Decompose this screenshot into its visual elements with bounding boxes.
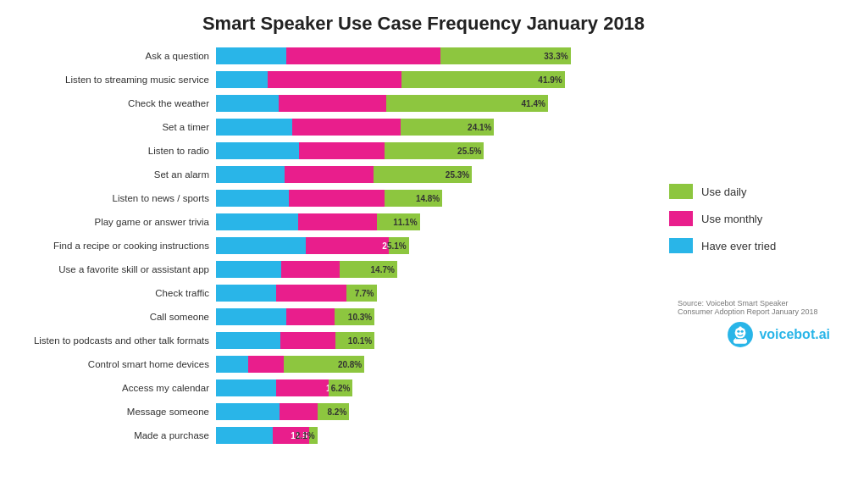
bar-daily: 11.1%	[377, 213, 420, 230]
svg-rect-5	[739, 326, 742, 328]
bar-group: 65.7%48%25.3%	[216, 166, 652, 183]
bar-group: 91%72.9%33.3%	[216, 47, 652, 64]
legend-label-tried: Have ever tried	[701, 240, 776, 252]
bar-group: 26%11.5%2.1%	[216, 427, 652, 444]
bar-label: Listen to streaming music service	[17, 75, 216, 85]
bar-group: 40.7%22.7%10.3%	[216, 308, 652, 325]
bar-group: 52.3%31.2%11.1%	[216, 213, 652, 230]
legend-color-daily	[669, 184, 693, 199]
bar-row: Made a purchase26%11.5%2.1%	[17, 424, 652, 446]
legend-item-daily: Use daily	[669, 184, 830, 199]
bar-row: Ask a question91%72.9%33.3%	[17, 45, 652, 67]
bar-daily: 10.1%	[335, 332, 374, 349]
bar-label: Find a recipe or cooking instructions	[17, 241, 216, 251]
bar-group: 46.5%29.8%14.7%	[216, 261, 652, 278]
bar-daily: 25.3%	[374, 166, 472, 183]
bar-row: Use a favorite skill or assistant app46.…	[17, 258, 652, 280]
source-text: Source: Voicebot Smart Speaker Consumer …	[678, 299, 830, 316]
bar-daily: 41.9%	[401, 71, 565, 88]
legend-label-daily: Use daily	[701, 186, 746, 198]
bar-daily: 7.7%	[346, 285, 376, 302]
logo-text: voicebot.ai	[759, 327, 830, 342]
bar-label: Made a purchase	[17, 430, 216, 440]
voicebot-logo-icon	[727, 321, 754, 348]
chart-container: Smart Speaker Use Case Frequency January…	[0, 0, 847, 504]
bar-label: Call someone	[17, 312, 216, 322]
legend-label-monthly: Use monthly	[701, 213, 762, 225]
bar-daily: 20.8%	[284, 356, 365, 373]
bar-daily: 14.8%	[385, 190, 442, 207]
bar-row: Check the weather85.2%69.1%41.4%	[17, 92, 652, 114]
bars-section: Ask a question91%72.9%33.3%Listen to str…	[17, 45, 652, 487]
bar-group: 34.2%17.9%8.2%	[216, 403, 652, 420]
bar-label: Message someone	[17, 407, 216, 417]
legend-item-monthly: Use monthly	[669, 211, 830, 226]
bar-group: 89.5%76.2%41.9%	[216, 71, 652, 88]
bar-label: Use a favorite skill or assistant app	[17, 264, 216, 274]
bar-daily: 25.5%	[385, 142, 484, 159]
bar-row: Control smart home devices38.1%29.9%20.8…	[17, 353, 652, 375]
bar-group: 49.5%26.5%5.1%	[216, 237, 652, 254]
legend-item-tried: Have ever tried	[669, 238, 830, 253]
bar-group: 85.2%69.1%41.4%	[216, 95, 652, 112]
svg-point-3	[741, 330, 744, 333]
bar-label: Access my calendar	[17, 383, 216, 393]
bar-label: Listen to podcasts and other talk format…	[17, 335, 216, 346]
bar-row: Set an alarm65.7%48%25.3%	[17, 163, 652, 186]
bar-label: Ask a question	[17, 51, 216, 61]
bar-row: Listen to radio68.8%47.6%25.5%	[17, 140, 652, 162]
bar-daily: 5.1%	[389, 237, 408, 254]
bar-group: 41.2%25.8%7.7%	[216, 285, 652, 302]
bar-label: Listen to news / sports	[17, 193, 216, 203]
legend-color-monthly	[669, 211, 693, 226]
bar-row: Play game or answer trivia52.3%31.2%11.1…	[17, 211, 652, 233]
bar-label: Listen to radio	[17, 146, 216, 156]
bar-daily: 33.3%	[440, 47, 570, 64]
bar-daily: 24.1%	[401, 119, 495, 136]
bar-group: 35.1%19.6%6.2%	[216, 379, 652, 396]
svg-rect-4	[734, 339, 747, 343]
svg-point-1	[735, 327, 746, 338]
bar-row: Message someone34.2%17.9%8.2%	[17, 401, 652, 423]
bar-row: Find a recipe or cooking instructions49.…	[17, 235, 652, 257]
bar-group: 40.7%24.1%10.1%	[216, 332, 652, 349]
bar-daily: 2.1%	[309, 427, 318, 444]
bar-row: Listen to streaming music service89.5%76…	[17, 69, 652, 91]
chart-body: Ask a question91%72.9%33.3%Listen to str…	[17, 45, 830, 487]
bar-label: Play game or answer trivia	[17, 217, 216, 227]
bar-row: Set a timer71.4%51.8%24.1%	[17, 116, 652, 138]
bar-row: Call someone40.7%22.7%10.3%	[17, 306, 652, 328]
bar-daily: 41.4%	[386, 95, 547, 112]
logo-container: Source: Voicebot Smart Speaker Consumer …	[669, 296, 830, 348]
bar-row: Listen to podcasts and other talk format…	[17, 330, 652, 352]
chart-title: Smart Speaker Use Case Frequency January…	[17, 13, 830, 35]
bar-daily: 10.3%	[335, 308, 374, 325]
svg-point-2	[738, 330, 740, 333]
bar-label: Check the weather	[17, 98, 216, 108]
bar-row: Access my calendar35.1%19.6%6.2%	[17, 377, 652, 399]
logo-area: voicebot.ai	[727, 321, 830, 348]
bar-group: 68.8%47.6%25.5%	[216, 142, 652, 159]
bar-daily: 14.7%	[340, 261, 397, 278]
legend: Use daily Use monthly Have ever tried	[669, 184, 830, 253]
bar-group: 38.1%29.9%20.8%	[216, 356, 652, 373]
bar-label: Check traffic	[17, 288, 216, 298]
bar-group: 58.1%39.4%14.8%	[216, 190, 652, 207]
bar-label: Set an alarm	[17, 169, 216, 180]
bar-label: Set a timer	[17, 122, 216, 132]
bar-row: Listen to news / sports58.1%39.4%14.8%	[17, 187, 652, 209]
bar-daily: 8.2%	[318, 403, 350, 420]
bar-row: Check traffic41.2%25.8%7.7%	[17, 282, 652, 304]
bar-group: 71.4%51.8%24.1%	[216, 119, 652, 136]
bar-daily: 6.2%	[329, 379, 353, 396]
bar-label: Control smart home devices	[17, 359, 216, 369]
legend-color-tried	[669, 238, 693, 253]
legend-section: Use daily Use monthly Have ever tried So…	[661, 45, 830, 487]
